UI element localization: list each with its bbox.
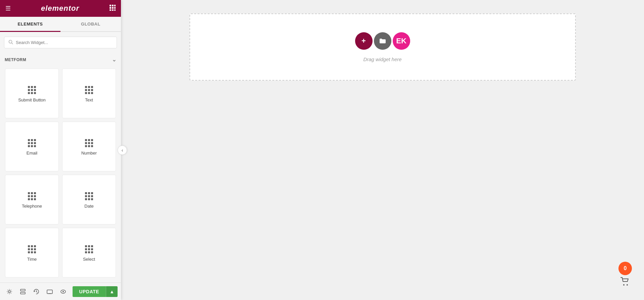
collapse-sidebar-button[interactable]: ‹ <box>118 145 127 155</box>
apps-grid-icon[interactable] <box>110 5 116 12</box>
drop-zone-buttons: + EK <box>354 32 411 50</box>
responsive-button[interactable] <box>44 286 56 298</box>
widget-label: Date <box>84 204 93 209</box>
svg-rect-1 <box>112 5 114 6</box>
templates-button[interactable] <box>374 32 391 50</box>
widget-label: Email <box>27 151 38 156</box>
search-icon <box>8 40 13 45</box>
widget-icon <box>85 192 93 200</box>
add-section-button[interactable]: + <box>355 32 373 50</box>
history-button[interactable] <box>30 286 42 298</box>
svg-rect-8 <box>114 9 116 11</box>
svg-rect-4 <box>112 7 114 9</box>
preview-button[interactable] <box>57 286 69 298</box>
widget-date[interactable]: Date <box>62 175 116 224</box>
update-button[interactable]: UPDATE <box>73 286 106 297</box>
drop-zone: + EK Drag widget here <box>189 13 576 81</box>
widget-label: Telephone <box>22 204 42 209</box>
svg-point-19 <box>62 291 64 292</box>
search-container <box>0 32 121 53</box>
widget-icon <box>28 139 36 147</box>
widget-label: Time <box>27 257 37 262</box>
cart-icon <box>620 277 630 288</box>
svg-rect-16 <box>47 290 52 294</box>
tab-global[interactable]: GLOBAL <box>60 17 121 31</box>
widget-icon <box>85 245 93 253</box>
widget-icon <box>28 86 36 94</box>
settings-button[interactable] <box>3 286 15 298</box>
svg-rect-5 <box>114 7 116 9</box>
svg-rect-12 <box>20 289 25 291</box>
svg-rect-3 <box>110 7 111 9</box>
widget-telephone[interactable]: Telephone <box>5 175 59 224</box>
sidebar-tabs: ELEMENTS GLOBAL <box>0 17 121 32</box>
svg-rect-7 <box>112 9 114 11</box>
widget-label: Submit Button <box>18 97 46 102</box>
svg-rect-2 <box>114 5 116 6</box>
svg-point-20 <box>623 284 625 286</box>
sidebar: ☰ elementor ELEMENTS GLOBAL <box>0 0 121 300</box>
search-input-wrap <box>4 37 117 48</box>
search-input[interactable] <box>16 40 113 45</box>
widget-icon <box>85 139 93 147</box>
update-button-group: UPDATE ▲ <box>73 286 118 297</box>
cart-badge[interactable]: 0 <box>618 262 632 288</box>
layers-button[interactable] <box>17 286 29 298</box>
widget-number[interactable]: Number <box>62 122 116 171</box>
svg-rect-13 <box>20 292 25 294</box>
sidebar-header: ☰ elementor <box>0 0 121 17</box>
svg-line-15 <box>36 292 37 292</box>
widget-select[interactable]: Select <box>62 228 116 277</box>
cart-count-badge: 0 <box>618 262 632 275</box>
tab-elements[interactable]: ELEMENTS <box>0 17 60 31</box>
widget-email[interactable]: Email <box>5 122 59 171</box>
svg-rect-6 <box>110 9 111 11</box>
widget-time[interactable]: Time <box>5 228 59 277</box>
elementor-logo: elementor <box>41 4 79 13</box>
svg-point-11 <box>8 291 10 293</box>
canvas-area: + EK Drag widget here <box>121 0 644 300</box>
widget-label: Number <box>81 151 97 156</box>
metform-section-label[interactable]: METFORM ⌄ <box>0 53 121 66</box>
widget-text[interactable]: Text <box>62 69 116 118</box>
update-arrow-button[interactable]: ▲ <box>106 286 118 297</box>
hamburger-icon[interactable]: ☰ <box>5 5 11 12</box>
widget-submit-button[interactable]: Submit Button <box>5 69 59 118</box>
widget-label: Select <box>83 257 95 262</box>
bottom-toolbar: UPDATE ▲ <box>0 283 121 300</box>
widget-icon <box>28 245 36 253</box>
svg-line-10 <box>12 43 13 44</box>
ek-button[interactable]: EK <box>393 32 410 50</box>
drag-hint: Drag widget here <box>363 56 401 62</box>
chevron-down-icon: ⌄ <box>112 56 117 63</box>
widget-label: Text <box>85 97 93 102</box>
svg-point-21 <box>627 284 628 286</box>
widget-icon <box>28 192 36 200</box>
widget-grid: Submit Button Text Email <box>0 66 121 283</box>
svg-rect-0 <box>110 5 111 6</box>
widget-icon <box>85 86 93 94</box>
